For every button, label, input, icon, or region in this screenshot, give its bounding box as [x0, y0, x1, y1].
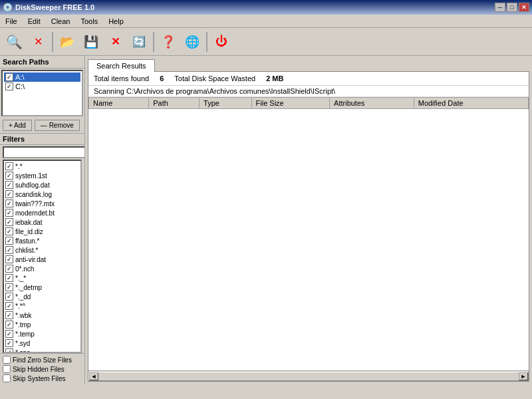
open-button[interactable]: 📂	[56, 31, 78, 53]
filter-checkbox-16[interactable]	[5, 311, 13, 319]
stop-button[interactable]: ✕	[27, 31, 49, 53]
right-panel: Search Results Total items found 6 Total…	[85, 56, 532, 384]
close-button[interactable]: ✕	[519, 3, 529, 12]
search-results-tab[interactable]: Search Results	[88, 59, 155, 72]
filter-item-1[interactable]: system.1st	[5, 171, 80, 180]
menu-edit[interactable]: Edit	[24, 16, 45, 27]
exit-button[interactable]: ⏻	[210, 31, 233, 53]
filter-checkbox-6[interactable]	[5, 218, 13, 226]
filter-checkbox-14[interactable]	[5, 293, 13, 301]
table-header-type[interactable]: Type	[200, 98, 251, 109]
filter-checkbox-15[interactable]	[5, 302, 13, 310]
filter-item-20[interactable]: *.spc	[5, 348, 80, 353]
table-header-file-size[interactable]: File Size	[251, 98, 330, 109]
bottom-checkbox-2[interactable]	[3, 374, 11, 382]
filter-checkbox-13[interactable]	[5, 283, 13, 291]
path-item-0[interactable]: A:\	[4, 72, 80, 82]
filter-checkbox-12[interactable]	[5, 274, 13, 282]
filter-checkbox-10[interactable]	[5, 255, 13, 263]
filters-list[interactable]: *.*system.1stsuhdlog.datscandisk.logtwai…	[3, 160, 82, 353]
web-button[interactable]: 🌐	[181, 31, 203, 53]
filter-checkbox-8[interactable]	[5, 237, 13, 245]
maximize-button[interactable]: □	[507, 3, 517, 12]
menu-tools[interactable]: Tools	[76, 16, 102, 27]
filter-item-12[interactable]: *._*	[5, 273, 80, 283]
table-header-modified-date[interactable]: Modified Date	[414, 98, 528, 109]
filter-item-13[interactable]: *._detmp	[5, 283, 80, 292]
app-title: DiskSweeper FREE 1.0	[15, 3, 94, 11]
search-button[interactable]: 🔍	[3, 31, 25, 53]
main-layout: Search Paths A:\C:\ + Add — Remove Filte…	[0, 56, 532, 384]
table-header-row: NamePathTypeFile SizeAttributesModified …	[89, 98, 529, 109]
toolbar: 🔍 ✕ 📂 💾 ✕ 🔄 ❓ 🌐 ⏻	[0, 28, 532, 56]
filter-checkbox-20[interactable]	[5, 348, 13, 353]
filter-item-8[interactable]: ffastun.*	[5, 236, 80, 245]
filter-item-10[interactable]: anti-vir.dat	[5, 255, 80, 264]
filter-label-18: *.temp	[15, 331, 35, 338]
filter-item-11[interactable]: 0*.nch	[5, 264, 80, 273]
bottom-checkbox-0[interactable]	[3, 356, 11, 364]
delete-button[interactable]: ✕	[104, 31, 126, 53]
refresh-button[interactable]: 🔄	[128, 31, 150, 53]
filter-item-18[interactable]: *.temp	[5, 329, 80, 338]
results-scrollbar[interactable]: ◄ ►	[88, 370, 529, 381]
filter-checkbox-2[interactable]	[5, 181, 13, 189]
bottom-check-label-0: Find Zero Size Files	[13, 356, 72, 364]
title-bar-left: 💿 DiskSweeper FREE 1.0	[3, 3, 94, 12]
filter-item-16[interactable]: *.wbk	[5, 311, 80, 320]
filter-checkbox-7[interactable]	[5, 227, 13, 235]
filter-item-19[interactable]: *.syd	[5, 338, 80, 348]
filter-label-14: *._dd	[15, 293, 31, 301]
minimize-button[interactable]: ─	[495, 3, 505, 12]
filters-label: Filters	[0, 133, 84, 145]
path-checkbox-1[interactable]	[5, 82, 13, 90]
filter-checkbox-19[interactable]	[5, 339, 13, 347]
menu-file[interactable]: File	[1, 16, 21, 27]
filter-item-3[interactable]: scandisk.log	[5, 190, 80, 199]
filter-label-8: ffastun.*	[15, 237, 40, 245]
filter-label-5: moderndet.bt	[15, 209, 55, 217]
filter-item-15[interactable]: *.*^	[5, 301, 80, 311]
results-table-container[interactable]: NamePathTypeFile SizeAttributesModified …	[88, 97, 529, 370]
filter-item-7[interactable]: file_id.diz	[5, 227, 80, 236]
path-item-1[interactable]: C:\	[4, 82, 80, 91]
filter-item-14[interactable]: *._dd	[5, 292, 80, 301]
toolbar-sep-2	[153, 32, 154, 52]
filter-item-4[interactable]: twain???.mtx	[5, 199, 80, 208]
filter-label-17: *.tmp	[15, 321, 31, 329]
path-checkbox-0[interactable]	[5, 73, 13, 81]
filter-label-7: file_id.diz	[15, 228, 43, 235]
filter-checkbox-18[interactable]	[5, 330, 13, 338]
filter-label-6: iebak.dat	[15, 219, 43, 226]
help-button[interactable]: ❓	[157, 31, 180, 53]
filter-item-0[interactable]: *.*	[5, 162, 80, 171]
remove-path-button[interactable]: — Remove	[35, 120, 80, 131]
menu-clean[interactable]: Clean	[47, 16, 74, 27]
filter-checkbox-3[interactable]	[5, 190, 13, 198]
filter-item-17[interactable]: *.tmp	[5, 320, 80, 329]
toolbar-sep-3	[206, 32, 207, 52]
bottom-checkbox-1[interactable]	[3, 365, 11, 373]
search-paths-list[interactable]: A:\C:\	[1, 70, 83, 116]
filter-label-1: system.1st	[15, 172, 47, 180]
filter-item-5[interactable]: moderndet.bt	[5, 208, 80, 217]
remove-path-label: — Remove	[41, 122, 74, 129]
filter-checkbox-5[interactable]	[5, 209, 13, 217]
menu-help[interactable]: Help	[104, 16, 128, 27]
filters-input[interactable]	[3, 146, 84, 158]
title-bar-controls: ─ □ ✕	[495, 3, 529, 12]
filter-checkbox-0[interactable]	[5, 162, 13, 170]
table-header-path[interactable]: Path	[149, 98, 200, 109]
filter-checkbox-9[interactable]	[5, 246, 13, 254]
filter-item-9[interactable]: chklist.*	[5, 245, 80, 255]
filter-checkbox-17[interactable]	[5, 321, 13, 329]
table-header-attributes[interactable]: Attributes	[330, 98, 414, 109]
filter-checkbox-1[interactable]	[5, 172, 13, 180]
filter-item-6[interactable]: iebak.dat	[5, 217, 80, 227]
save-button[interactable]: 💾	[80, 31, 102, 53]
table-header-name[interactable]: Name	[89, 98, 149, 109]
filter-checkbox-4[interactable]	[5, 200, 13, 207]
filter-checkbox-11[interactable]	[5, 265, 13, 273]
filter-item-2[interactable]: suhdlog.dat	[5, 180, 80, 190]
add-path-button[interactable]: + Add	[3, 120, 32, 131]
